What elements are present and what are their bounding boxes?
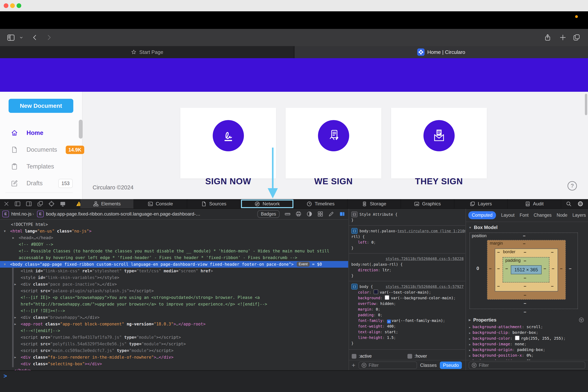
style-property[interactable]: background: var(--background-color-main)… xyxy=(351,295,464,301)
computed-property-row[interactable]: ▶background-attachment: scroll; xyxy=(466,324,588,330)
tab-network[interactable]: Network xyxy=(241,199,294,208)
color-swatch[interactable] xyxy=(515,336,520,340)
dom-tree-row[interactable]: <!--<![endif]--> xyxy=(0,328,348,334)
box-model-dash[interactable]: – xyxy=(523,241,525,246)
dom-tree-row[interactable]: ▶<app-root class="app-root block-compone… xyxy=(0,321,348,328)
box-model-dash[interactable]: – xyxy=(489,266,491,271)
page-scrollbar[interactable] xyxy=(585,94,587,115)
box-model-dash[interactable]: – xyxy=(497,249,500,255)
box-model-dash[interactable]: – xyxy=(552,266,554,271)
card-we-sign[interactable]: WE SIGN xyxy=(286,108,381,178)
disclosure-closed-icon[interactable]: ▶ xyxy=(469,337,471,340)
sidebar-tab-changes[interactable]: Changes xyxy=(534,212,552,218)
color-swatch[interactable] xyxy=(374,290,378,294)
grid-overlay-icon[interactable] xyxy=(317,211,323,217)
box-model-dash[interactable]: – xyxy=(551,249,554,255)
dom-tree-row[interactable]: <!DOCTYPE html> xyxy=(0,221,348,228)
disclosure-closed-icon[interactable]: ▶ xyxy=(14,354,16,360)
close-window-button[interactable] xyxy=(4,3,8,8)
pseudo-button[interactable]: Pseudo xyxy=(440,362,462,369)
tab-graphics[interactable]: Graphics xyxy=(401,199,454,208)
tab-elements[interactable]: Elements xyxy=(80,199,134,208)
tab-timelines[interactable]: Timelines xyxy=(294,199,347,208)
share-icon[interactable] xyxy=(544,34,551,41)
tab-layers[interactable]: Layers xyxy=(454,199,508,208)
style-source-link[interactable]: styles.726118cfb5260d48.css:5:58228 xyxy=(386,256,464,262)
style-property[interactable]: left: 0; xyxy=(351,240,464,245)
box-model-dash[interactable]: – xyxy=(524,275,526,280)
sidebar-item-templates[interactable]: Templates xyxy=(0,158,82,175)
minimize-window-button[interactable] xyxy=(10,3,15,8)
dom-tree-row[interactable]: <script src="main.cc509ac3e0edcfc7.js" t… xyxy=(0,347,348,354)
help-button[interactable]: ? xyxy=(568,181,577,190)
box-model-dash[interactable]: – xyxy=(569,266,572,271)
dom-tree-row[interactable]: ▶<head>…</head> xyxy=(0,234,348,241)
box-model-dash[interactable]: – xyxy=(524,249,526,255)
rule-selector-row[interactable]: body:not(.palaxo-rtl) { xyxy=(351,262,464,267)
style-property[interactable]: direction: ltr; xyxy=(351,267,464,273)
edit-icon[interactable] xyxy=(328,211,334,217)
disclosure-closed-icon[interactable]: ▶ xyxy=(469,349,471,352)
style-property[interactable]: line-height: 1.5; xyxy=(351,335,464,340)
console-prompt-chevron[interactable]: > xyxy=(3,373,7,379)
device-icon[interactable] xyxy=(60,201,66,207)
disclosure-closed-icon[interactable]: ▶ xyxy=(14,321,16,328)
dom-tree-row[interactable]: href="http://browsehappy.com/">upgrade y… xyxy=(0,301,348,308)
tabs-overview-icon[interactable] xyxy=(573,34,580,41)
dom-tree-row[interactable]: <!-- #BODY --> xyxy=(0,241,348,248)
style-property[interactable]: font-weight: 400; xyxy=(351,324,464,329)
box-model-dash[interactable]: – xyxy=(560,266,563,271)
back-button[interactable] xyxy=(31,34,38,41)
style-property[interactable]: padding: 0; xyxy=(351,312,464,318)
box-model-dash[interactable]: – xyxy=(524,283,526,289)
computed-property-row[interactable]: ▶background-color: rgb(255, 255, 255); xyxy=(466,336,588,342)
disclosure-closed-icon[interactable]: ▶ xyxy=(469,332,471,334)
computed-property-row[interactable]: ▶background-image: none; xyxy=(466,342,588,347)
details-sidebar-toggle-icon[interactable] xyxy=(339,211,345,217)
disclosure-open-icon[interactable]: ▼ xyxy=(4,261,6,268)
dom-tree-row[interactable]: ▼<body class="app-page fixed-ribbon cust… xyxy=(0,261,348,268)
zoom-window-button[interactable] xyxy=(16,3,21,8)
inspector-search-icon[interactable] xyxy=(566,201,572,207)
inline-style-header[interactable]: {}Style Attribute { xyxy=(351,212,464,217)
sidebar-toggle-icon[interactable] xyxy=(7,34,15,42)
style-rules[interactable]: {}Style Attribute {}{}body:not(.palaxo-t… xyxy=(349,209,465,346)
rule-selector-row[interactable]: {}body:not(.palaxo-test.circularo.com (l… xyxy=(351,228,464,234)
close-icon[interactable] xyxy=(3,201,9,207)
new-tab-icon[interactable] xyxy=(559,34,567,41)
properties-filter-icon[interactable] xyxy=(579,317,584,323)
breadcrumb-body[interactable]: body.app-page.fixed-ribbon.custom-scroll… xyxy=(46,211,200,217)
forward-button[interactable] xyxy=(46,34,52,41)
dock-side-icon[interactable] xyxy=(14,201,21,207)
style-property[interactable]: text-align: start; xyxy=(351,329,464,335)
sidebar-item-drafts[interactable]: Drafts153 xyxy=(0,175,82,192)
disclosure-closed-icon[interactable]: ▶ xyxy=(469,326,471,329)
tab-audit[interactable]: Audit xyxy=(508,199,561,208)
checkbox[interactable] xyxy=(407,354,412,358)
style-source-link[interactable]: test.circularo.com (line 1:2106) xyxy=(397,228,465,234)
new-document-button[interactable]: New Document xyxy=(8,99,73,113)
pseudo-toggle-hover[interactable]: :hover xyxy=(407,354,463,359)
browser-tab-start-page[interactable]: Start Page xyxy=(0,46,294,58)
dom-tree-row[interactable]: <!-- Possible Classes (to hardcode the c… xyxy=(0,248,348,254)
content-dimensions[interactable]: 1512 × 365 xyxy=(511,265,542,274)
sidebar-tab-node[interactable]: Node xyxy=(557,212,567,218)
computed-property-row[interactable]: ▶background-origin: padding-box; xyxy=(466,347,588,353)
sidebar-item-documents[interactable]: Documents14.9K xyxy=(0,141,82,158)
tab-sources[interactable]: Sources xyxy=(187,199,241,208)
box-model-dash[interactable]: – xyxy=(524,309,526,314)
dom-tree-row[interactable]: ▶<div class="pace pace-inactive">…</div> xyxy=(0,281,348,288)
box-model-dash[interactable]: – xyxy=(544,266,546,271)
disclosure-closed-icon[interactable]: ▶ xyxy=(469,354,471,357)
properties-header[interactable]: ▶Properties xyxy=(466,314,588,324)
style-property[interactable]: font-family: ≡var(--font-family-main); xyxy=(351,318,464,324)
dom-tree-row[interactable]: ▶<div class="browsehappy">…</div> xyxy=(0,314,348,321)
box-model-dash[interactable]: – xyxy=(524,292,526,298)
classes-button[interactable]: Classes xyxy=(420,362,437,368)
styles-filter-input[interactable]: Filter xyxy=(359,362,417,369)
computed-property-row[interactable]: ▶background-position-x: 0%; xyxy=(466,353,588,358)
node-picker-icon[interactable] xyxy=(48,201,55,207)
computed-filter-input[interactable]: Filter xyxy=(469,362,585,369)
sidebar-tab-layers[interactable]: Layers xyxy=(573,212,586,218)
style-property[interactable]: margin: 0; xyxy=(351,306,464,312)
